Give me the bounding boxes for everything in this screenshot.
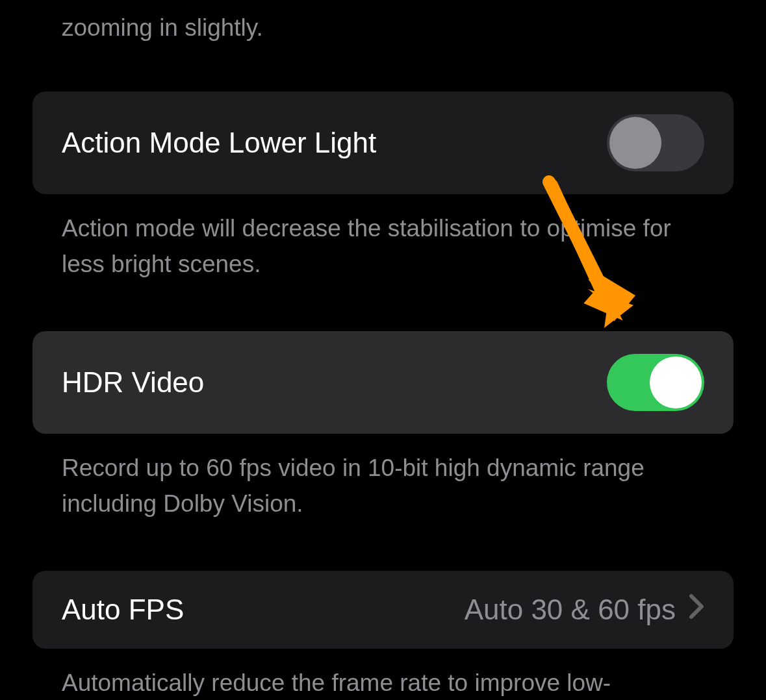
hdr-video-toggle[interactable] [607,354,704,411]
hdr-video-description: Record up to 60 fps video in 10-bit high… [32,450,734,522]
hdr-video-row[interactable]: HDR Video [32,331,734,434]
toggle-knob-icon [609,117,661,169]
toggle-knob-icon [650,356,702,408]
auto-fps-description: Automatically reduce the frame rate to i… [32,665,734,701]
action-mode-lower-light-row[interactable]: Action Mode Lower Light [32,92,734,194]
auto-fps-value: Auto 30 & 60 fps [465,594,676,626]
chevron-right-icon [689,594,704,625]
action-mode-toggle[interactable] [607,114,704,171]
auto-fps-row[interactable]: Auto FPS Auto 30 & 60 fps [32,571,734,649]
top-description-text: zooming in slightly. [32,10,734,46]
hdr-video-label: HDR Video [62,366,204,399]
action-mode-label: Action Mode Lower Light [62,127,376,159]
action-mode-description: Action mode will decrease the stabilisat… [32,210,734,282]
auto-fps-label: Auto FPS [62,594,184,626]
